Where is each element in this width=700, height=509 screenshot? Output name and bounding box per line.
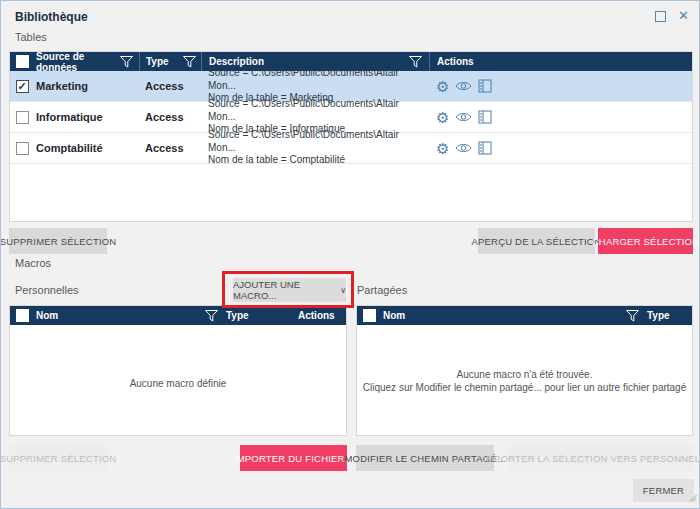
row-actions: ⚙ (429, 133, 692, 163)
row-type: Access (139, 71, 201, 101)
eye-preview-icon[interactable] (455, 80, 472, 92)
importer-selection-personnelles-button[interactable]: IMPORTER LA SÉLECTION VERS PERSONNELLES (509, 445, 693, 471)
row-description: Source = C:\Users\Public\Documents\Altai… (201, 133, 429, 163)
filter-icon[interactable] (205, 310, 218, 322)
col-type-label: Type (226, 306, 298, 325)
col-type-label: Type (146, 56, 169, 67)
maximize-icon[interactable] (655, 11, 666, 22)
charger-selection-button[interactable]: CHARGER SÉLECTION (598, 228, 693, 254)
settings-gear-icon[interactable]: ⚙ (436, 141, 449, 156)
shared-macros-table: Nom Type Aucune macro n'a été trouvée. C… (356, 305, 693, 436)
fermer-button[interactable]: FERMER (633, 479, 694, 502)
modifier-chemin-partage-button[interactable]: MODIFIER LE CHEMIN PARTAGÉ... (356, 445, 494, 471)
row-checkbox-checked[interactable]: ✓ (16, 80, 29, 93)
bibliotheque-dialog: Bibliothèque ✕ Tables Source de données … (0, 0, 700, 509)
filter-icon[interactable] (183, 56, 196, 68)
row-description: Source = C:\Users\Public\Documents\Altai… (201, 71, 429, 101)
importer-du-fichier-button[interactable]: IMPORTER DU FICHIER... (240, 445, 347, 471)
close-icon[interactable]: ✕ (678, 10, 689, 22)
personal-macros-header: Nom Type Actions (10, 306, 346, 325)
select-all-checkbox[interactable] (363, 309, 376, 322)
col-nom-label: Nom (383, 310, 405, 321)
shared-empty-text: Aucune macro n'a été trouvée. Cliquez su… (357, 368, 692, 394)
personnelles-label: Personnelles (15, 284, 79, 296)
resize-grip-icon[interactable] (688, 488, 697, 506)
ajouter-une-macro-button[interactable]: AJOUTER UNE MACRO... ∨ (233, 278, 346, 302)
col-description-label: Description (209, 56, 264, 67)
row-type: Access (139, 133, 201, 163)
row-name: Marketing (34, 71, 139, 101)
col-actions-label: Actions (298, 306, 346, 325)
shared-macros-header: Nom Type (357, 306, 692, 325)
col-nom-label: Nom (36, 310, 58, 321)
row-type: Access (139, 102, 201, 132)
filter-icon[interactable] (626, 310, 639, 322)
filter-icon[interactable] (409, 56, 422, 68)
row-name: Informatique (34, 102, 139, 132)
eye-preview-icon[interactable] (455, 142, 472, 154)
apercu-selection-button[interactable]: APERÇU DE LA SÉLECTION (478, 228, 595, 254)
window-title: Bibliothèque (15, 10, 88, 24)
row-actions: ⚙ (429, 71, 692, 101)
settings-gear-icon[interactable]: ⚙ (436, 79, 449, 94)
personal-macros-table: Nom Type Actions Aucune macro définie (9, 305, 347, 436)
row-checkbox[interactable] (16, 142, 29, 155)
window-controls: ✕ (655, 10, 689, 22)
eye-preview-icon[interactable] (455, 111, 472, 123)
table-row[interactable]: Comptabilité Access Source = C:\Users\Pu… (10, 133, 692, 164)
personal-empty-text: Aucune macro définie (10, 377, 346, 390)
row-name: Comptabilité (34, 133, 139, 163)
filter-icon[interactable] (120, 56, 133, 68)
supprimer-selection-macros-button[interactable]: SUPPRIMER SÉLECTION (9, 445, 107, 471)
row-checkbox[interactable] (16, 111, 29, 124)
row-actions: ⚙ (429, 102, 692, 132)
tables-table: Source de données Type Description Actio… (9, 51, 693, 222)
macros-section-label: Macros (15, 257, 51, 269)
supprimer-selection-tables-button[interactable]: SUPPRIMER SÉLECTION (9, 228, 107, 254)
select-all-checkbox[interactable] (16, 309, 29, 322)
table-view-icon[interactable] (478, 110, 492, 124)
table-view-icon[interactable] (478, 79, 492, 93)
tables-section-label: Tables (15, 31, 47, 43)
col-source-label: Source de données (36, 51, 120, 73)
partagees-label: Partagées (357, 284, 407, 296)
col-type-label: Type (647, 306, 692, 325)
chevron-down-icon: ∨ (340, 286, 346, 295)
col-actions-label: Actions (437, 56, 474, 67)
row-description: Source = C:\Users\Public\Documents\Altai… (201, 102, 429, 132)
settings-gear-icon[interactable]: ⚙ (436, 110, 449, 125)
table-view-icon[interactable] (478, 141, 492, 155)
select-all-checkbox[interactable] (16, 55, 29, 68)
